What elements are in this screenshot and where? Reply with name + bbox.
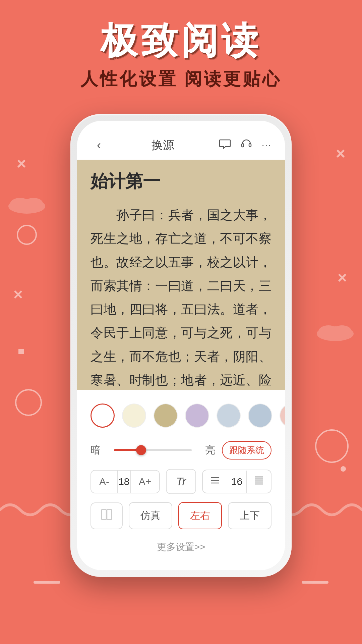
more-icon[interactable]: ···: [262, 140, 272, 151]
phone-outer: ‹ 换源: [70, 114, 292, 577]
font-increase-button[interactable]: A+: [131, 471, 160, 493]
simulated-mode-button[interactable]: 仿真: [129, 502, 172, 529]
nav-title: 换源: [152, 138, 174, 153]
nav-bar: ‹ 换源: [77, 121, 285, 160]
color-swatch-white[interactable]: [90, 404, 115, 428]
font-type-icon: Tr: [176, 475, 186, 488]
deco-circle-2: [15, 389, 42, 416]
light-label: 亮: [198, 443, 215, 457]
chapter-title: 始计第一: [90, 170, 272, 193]
title-area: 极致阅读 人性化设置 阅读更贴心: [0, 0, 362, 91]
font-type-button[interactable]: Tr: [166, 469, 196, 494]
color-swatch-pink[interactable]: [280, 404, 285, 428]
settings-panel: 暗 亮 跟随系统 A-: [77, 390, 285, 570]
slider-thumb[interactable]: [136, 445, 146, 455]
line-spacing-value: 16: [227, 471, 247, 493]
horizontal-mode-button[interactable]: 左右: [178, 502, 222, 529]
deco-dash-1: [34, 581, 60, 584]
deco-circle-1: [17, 225, 37, 245]
blob-1: [7, 195, 47, 215]
deco-dot-1: [18, 349, 24, 354]
main-title: 极致阅读: [0, 20, 362, 61]
subtitle: 人性化设置 阅读更贴心: [0, 67, 362, 91]
deco-x-3: ×: [13, 285, 23, 304]
deco-x-7: ×: [338, 268, 347, 287]
phone-inner: ‹ 换源: [77, 121, 285, 570]
deco-x-6: ×: [336, 144, 345, 163]
page-layout-icon[interactable]: [90, 502, 123, 529]
phone-screen: ‹ 换源: [77, 121, 285, 570]
audio-icon[interactable]: [240, 138, 252, 153]
nav-icons: ···: [219, 138, 272, 153]
deco-x-1: ×: [17, 154, 26, 173]
chat-icon[interactable]: [219, 138, 231, 153]
deco-dot-2: [341, 466, 346, 472]
line-spacing-group: ÷ 16: [202, 470, 272, 493]
simulated-mode-label: 仿真: [140, 510, 161, 521]
deco-circle-3: [315, 429, 349, 463]
color-swatches: [90, 400, 272, 431]
slider-track: [114, 449, 192, 451]
svg-point-0: [8, 199, 45, 214]
svg-point-2: [24, 198, 43, 209]
svg-point-3: [317, 326, 354, 341]
svg-text:÷: ÷: [220, 476, 220, 480]
svg-point-5: [333, 325, 351, 336]
color-swatch-blue[interactable]: [248, 404, 272, 428]
color-swatch-lavender[interactable]: [185, 404, 209, 428]
svg-rect-18: [107, 509, 112, 520]
phone-mockup: ‹ 换源: [70, 114, 292, 577]
page-mode-row: 仿真 左右 上下: [90, 502, 272, 529]
brightness-slider[interactable]: [114, 449, 192, 452]
follow-system-button[interactable]: 跟随系统: [222, 441, 272, 460]
more-settings-label: 更多设置>>: [157, 542, 205, 552]
deco-dash-2: [302, 581, 328, 584]
color-swatch-tan[interactable]: [154, 404, 178, 428]
font-settings-row: A- 18 A+ Tr: [90, 469, 272, 494]
line-spacing-decrease-icon[interactable]: ÷: [203, 470, 227, 493]
reading-area: 始计第一 孙子曰：兵者，国之大事，死生之地，存亡之道，不可不察也。故经之以五事，…: [77, 160, 285, 390]
line-spacing-increase-icon[interactable]: [247, 470, 271, 493]
svg-point-4: [318, 325, 339, 337]
font-decrease-button[interactable]: A-: [91, 471, 117, 493]
vertical-mode-label: 上下: [240, 510, 260, 521]
vertical-mode-button[interactable]: 上下: [228, 502, 272, 529]
color-swatch-cream[interactable]: [122, 404, 146, 428]
font-size-group: A- 18 A+: [90, 470, 160, 493]
blob-2: [315, 322, 355, 342]
reading-content: 孙子曰：兵者，国之大事，死生之地，存亡之道，不可不察也。故经之以五事，校之以计，…: [90, 203, 272, 390]
font-size-value: 18: [117, 471, 131, 493]
svg-point-1: [10, 198, 30, 210]
more-settings[interactable]: 更多设置>>: [90, 537, 272, 560]
horizontal-mode-label: 左右: [190, 510, 210, 521]
dark-label: 暗: [90, 443, 107, 457]
brightness-row: 暗 亮 跟随系统: [90, 441, 272, 460]
color-swatch-lightblue[interactable]: [217, 404, 241, 428]
svg-rect-17: [102, 509, 106, 520]
back-button[interactable]: ‹: [90, 138, 107, 152]
